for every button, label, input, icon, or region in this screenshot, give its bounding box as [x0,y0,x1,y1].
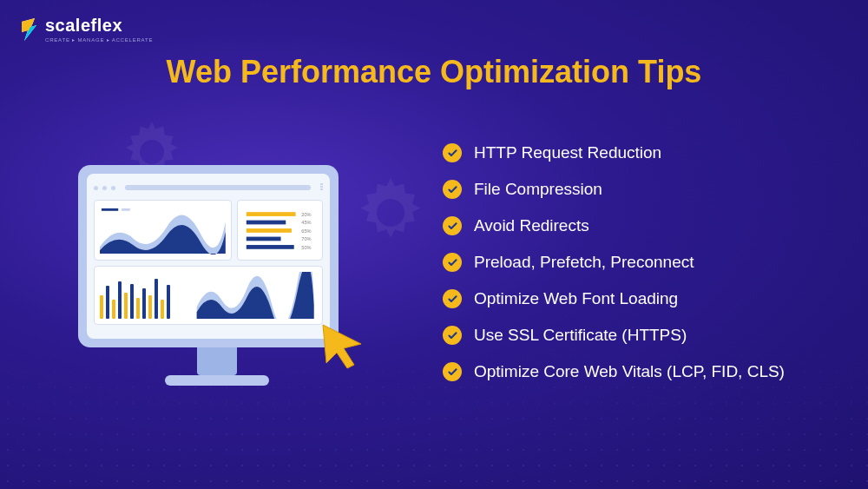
monitor-stand [197,347,237,375]
browser-chrome [94,181,323,195]
list-item: Preload, Prefetch, Preconnect [443,253,785,272]
check-icon [443,143,462,162]
list-item: Avoid Redirects [443,216,785,235]
bars-panel: 20% 45% 65% 70% 50% [237,200,323,261]
check-icon [443,180,462,199]
list-item-label: Optimize Core Web Vitals (LCP, FID, CLS) [474,362,785,381]
svg-rect-4 [247,221,286,225]
area-chart-panel [94,200,232,261]
svg-text:50%: 50% [301,245,311,250]
monitor-frame: 20% 45% 65% 70% 50% [78,165,339,347]
svg-rect-2 [247,212,296,216]
svg-rect-0 [102,208,118,211]
brand-logo: scaleflex CREATE ▸ MANAGE ▸ ACCELERATE [19,16,153,43]
page-title: Web Performance Optimization Tips [0,54,868,90]
check-icon [443,362,462,381]
check-icon [443,289,462,308]
svg-rect-10 [247,245,294,249]
list-item-label: File Compression [474,180,602,199]
list-item: HTTP Request Reduction [443,143,785,162]
svg-rect-1 [122,208,130,211]
monitor-screen: 20% 45% 65% 70% 50% [87,174,330,339]
svg-rect-8 [247,237,281,241]
check-icon [443,216,462,235]
list-item-label: Avoid Redirects [474,216,589,235]
list-item: File Compression [443,180,785,199]
check-icon [443,253,462,272]
svg-text:70%: 70% [301,236,311,241]
list-item: Use SSL Certificate (HTTPS) [443,326,785,345]
svg-text:20%: 20% [301,212,311,217]
svg-text:45%: 45% [301,220,311,225]
scaleflex-logo-icon [19,17,38,43]
list-item: Optimize Web Font Loading [443,289,785,308]
list-item-label: HTTP Request Reduction [474,143,661,162]
svg-rect-6 [247,228,292,233]
brand-tagline: CREATE ▸ MANAGE ▸ ACCELERATE [45,36,153,43]
combined-chart-panel [94,266,323,325]
list-item: Optimize Core Web Vitals (LCP, FID, CLS) [443,362,785,381]
monitor-base [165,375,269,386]
list-item-label: Use SSL Certificate (HTTPS) [474,326,687,345]
check-icon [443,326,462,345]
svg-text:65%: 65% [301,228,311,234]
dashboard-illustration: 20% 45% 65% 70% 50% [78,165,356,408]
brand-name: scaleflex [45,16,153,36]
tips-list: HTTP Request Reduction File Compression … [443,143,785,381]
list-item-label: Optimize Web Font Loading [474,289,678,308]
list-item-label: Preload, Prefetch, Preconnect [474,253,694,272]
cursor-icon [318,320,370,372]
gear-icon [356,178,425,248]
